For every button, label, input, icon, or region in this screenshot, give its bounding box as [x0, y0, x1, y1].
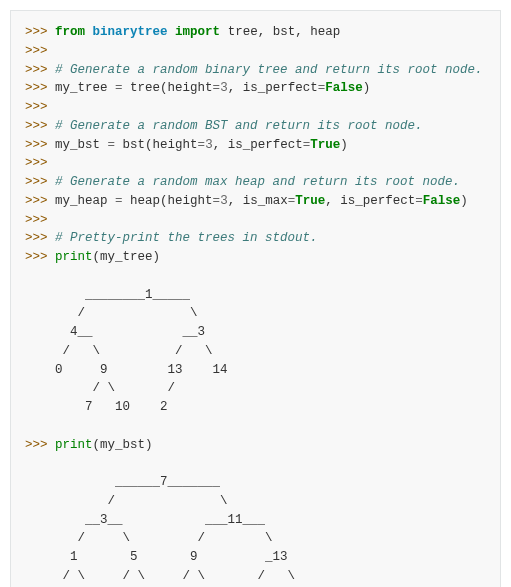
op-eq: =	[108, 194, 131, 208]
bool: False	[325, 81, 363, 95]
prompt: >>>	[25, 250, 48, 264]
builtin-print: print	[55, 438, 93, 452]
keyword-from: from	[55, 25, 85, 39]
var: my_tree	[55, 81, 108, 95]
op-eq: =	[100, 138, 123, 152]
prompt: >>>	[25, 231, 48, 245]
kwarg: height	[153, 138, 198, 152]
comment: # Generate a random BST and return its r…	[55, 119, 423, 133]
paren: (	[160, 81, 168, 95]
prompt: >>>	[25, 156, 48, 170]
paren: (	[145, 138, 153, 152]
paren: (	[160, 194, 168, 208]
kwarg: is_max	[243, 194, 288, 208]
module-name: binarytree	[93, 25, 168, 39]
comment: # Generate a random binary tree and retu…	[55, 63, 483, 77]
prompt: >>>	[25, 25, 48, 39]
kwarg: is_perfect	[243, 81, 318, 95]
tree-output-1: ________1_____ / \ 4__ __3 / \ / \ 0 9 1…	[25, 288, 228, 415]
func: heap	[130, 194, 160, 208]
paren: )	[340, 138, 348, 152]
prompt: >>>	[25, 213, 48, 227]
prompt: >>>	[25, 194, 48, 208]
op-eq: =	[108, 81, 131, 95]
bool: False	[423, 194, 461, 208]
kwarg: height	[168, 81, 213, 95]
builtin-print: print	[55, 250, 93, 264]
kwarg: is_perfect	[340, 194, 415, 208]
prompt: >>>	[25, 81, 48, 95]
call-args: (my_bst)	[93, 438, 153, 452]
paren: )	[363, 81, 371, 95]
op-eq: =	[198, 138, 206, 152]
op-eq: =	[213, 81, 221, 95]
bool: True	[295, 194, 325, 208]
op-eq: =	[213, 194, 221, 208]
number: 3	[205, 138, 213, 152]
var: my_heap	[55, 194, 108, 208]
var: my_bst	[55, 138, 100, 152]
number: 3	[220, 194, 228, 208]
tree-output-2: ______7_______ / \ __3__ ___11___ / \ / …	[25, 475, 310, 587]
kwarg: is_perfect	[228, 138, 303, 152]
op-eq: =	[415, 194, 423, 208]
comment: # Pretty-print the trees in stdout.	[55, 231, 318, 245]
prompt: >>>	[25, 175, 48, 189]
comment: # Generate a random max heap and return …	[55, 175, 460, 189]
prompt: >>>	[25, 44, 48, 58]
comma: ,	[325, 194, 340, 208]
code-block: >>> from binarytree import tree, bst, he…	[10, 10, 501, 587]
prompt: >>>	[25, 438, 48, 452]
import-names: tree, bst, heap	[228, 25, 341, 39]
bool: True	[310, 138, 340, 152]
comma: ,	[228, 194, 243, 208]
func: bst	[123, 138, 146, 152]
number: 3	[220, 81, 228, 95]
func: tree	[130, 81, 160, 95]
comma: ,	[213, 138, 228, 152]
comma: ,	[228, 81, 243, 95]
kwarg: height	[168, 194, 213, 208]
prompt: >>>	[25, 138, 48, 152]
call-args: (my_tree)	[93, 250, 161, 264]
prompt: >>>	[25, 119, 48, 133]
prompt: >>>	[25, 100, 48, 114]
paren: )	[460, 194, 468, 208]
prompt: >>>	[25, 63, 48, 77]
keyword-import: import	[175, 25, 220, 39]
